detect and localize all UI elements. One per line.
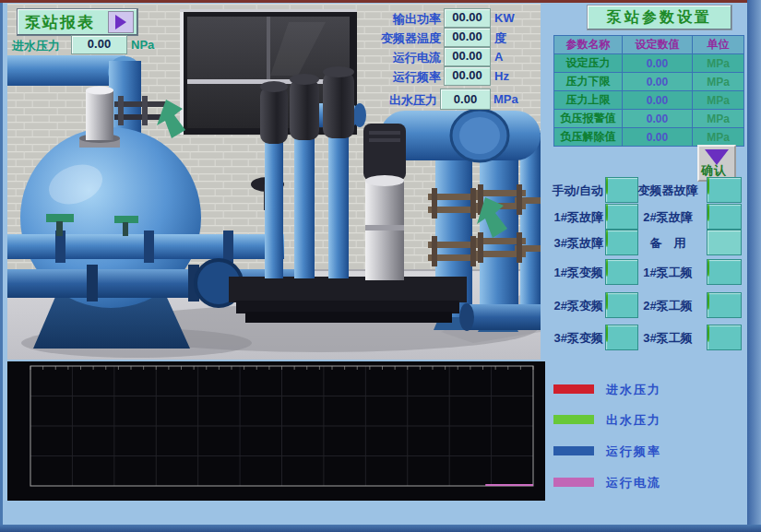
readout-value: 00.00 — [444, 47, 491, 66]
status-lamp-icon — [707, 292, 709, 310]
status-lamp-icon — [707, 259, 709, 277]
param-unit: MPa — [693, 54, 744, 73]
status-label: 2#泵工频 — [633, 298, 703, 314]
readout-label: 输出功率 — [314, 11, 441, 28]
status-label: 3#泵工频 — [633, 330, 703, 347]
readout-unit: 度 — [494, 30, 506, 47]
readout-value: 00.00 — [444, 28, 491, 47]
status-lamp-box — [707, 204, 742, 230]
readout-unit: A — [494, 50, 503, 64]
status-label: 3#泵变频 — [539, 330, 603, 347]
status-lamp-icon — [606, 259, 608, 277]
report-button[interactable]: 泵站报表 — [17, 8, 138, 36]
status-lamp-icon — [606, 292, 608, 310]
settings-row: 设定压力 0.00 MPa — [554, 54, 744, 73]
status-label: 2#泵变频 — [539, 298, 603, 314]
bottom-frame — [0, 525, 761, 532]
readout-value: 00.00 — [444, 66, 491, 86]
status-lamp-icon — [707, 177, 709, 195]
readout-unit: KW — [494, 11, 515, 25]
status-lamp-box — [707, 325, 742, 350]
inlet-pressure-label: 进水压力 — [12, 38, 60, 54]
status-lamp-box — [707, 292, 742, 318]
readout-label: 变频器温度 — [314, 30, 441, 47]
param-unit: MPa — [693, 110, 744, 128]
param-unit: MPa — [693, 73, 744, 91]
readout-unit: Hz — [494, 69, 509, 83]
confirm-button[interactable]: 确认 — [697, 145, 736, 182]
readout-label: 运行电流 — [314, 50, 441, 66]
status-lamp-icon — [707, 204, 709, 221]
legend-swatch — [553, 446, 594, 455]
param-unit: MPa — [693, 128, 744, 147]
settings-table: 参数名称 设定数值 单位 设定压力 0.00 MPa 压力下限 0.00 MPa… — [553, 35, 744, 147]
settings-row: 压力上限 0.00 MPa — [554, 91, 744, 110]
pump-station-hmi: 泵站报表 进水压力 0.00 NPa 输出功率 00.00 KW 变频器温度 0… — [0, 0, 761, 532]
readout-label: 运行频率 — [314, 69, 441, 86]
status-label: 备 用 — [633, 235, 703, 252]
param-value-field[interactable]: 0.00 — [623, 110, 693, 128]
status-label: 1#泵故障 — [539, 209, 603, 226]
inlet-pressure-unit: NPa — [131, 38, 154, 52]
status-label: 1#泵工频 — [633, 265, 703, 281]
status-lamp-box — [707, 230, 742, 255]
play-arrow-icon — [115, 15, 126, 30]
right-frame — [747, 0, 761, 532]
status-label: 手动/自动 — [539, 183, 603, 199]
param-name: 压力上限 — [554, 91, 623, 110]
status-lamp-icon — [606, 204, 608, 221]
status-lamp-icon — [707, 325, 709, 342]
legend-label: 运行频率 — [606, 443, 661, 460]
settings-row: 负压报警值 0.00 MPa — [554, 110, 744, 128]
status-label: 2#泵故障 — [633, 209, 703, 226]
settings-header-name: 参数名称 — [554, 36, 623, 54]
param-name: 负压报警值 — [554, 110, 623, 128]
param-name: 负压解除值 — [554, 128, 623, 147]
settings-header-value: 设定数值 — [623, 36, 693, 54]
report-button-label: 泵站报表 — [25, 12, 95, 33]
outlet-pressure-label: 出水压力 — [310, 92, 437, 109]
report-arrow-box[interactable] — [108, 11, 134, 33]
param-unit: MPa — [693, 91, 744, 110]
param-name: 压力下限 — [554, 73, 623, 91]
param-name: 设定压力 — [554, 54, 623, 73]
settings-row: 负压解除值 0.00 MPa — [554, 128, 744, 147]
settings-row: 压力下限 0.00 MPa — [554, 73, 744, 91]
status-lamp-box — [707, 259, 742, 285]
status-label: 1#泵变频 — [539, 265, 603, 281]
readout-value: 00.00 — [444, 8, 491, 28]
legend-swatch — [553, 384, 594, 394]
param-value-field[interactable]: 0.00 — [623, 54, 693, 73]
param-value-field[interactable]: 0.00 — [623, 128, 693, 147]
settings-panel-title: 泵站参数设置 — [587, 5, 732, 30]
legend-label: 出水压力 — [606, 412, 661, 429]
status-lamp-icon — [606, 325, 608, 342]
settings-header-unit: 单位 — [693, 36, 744, 54]
legend-label: 进水压力 — [606, 382, 661, 398]
status-lamp-box — [707, 177, 742, 203]
outlet-pressure-value: 0.00 — [440, 89, 491, 110]
status-lamp-icon — [606, 177, 608, 195]
status-label: 变频器故障 — [633, 183, 703, 199]
status-label: 3#泵故障 — [539, 235, 603, 252]
trend-chart-svg — [7, 361, 545, 501]
legend-label: 运行电流 — [606, 475, 661, 491]
param-value-field[interactable]: 0.00 — [623, 91, 693, 110]
outlet-pressure-unit: MPa — [493, 92, 518, 106]
top-accent-strip — [0, 0, 761, 3]
settings-header-row: 参数名称 设定数值 单位 — [554, 36, 744, 54]
status-lamp-icon — [606, 230, 608, 247]
legend-swatch — [553, 415, 594, 424]
legend-swatch — [553, 478, 594, 487]
trend-chart — [7, 361, 545, 501]
inlet-pressure-value: 0.00 — [71, 35, 127, 54]
param-value-field[interactable]: 0.00 — [623, 73, 693, 91]
